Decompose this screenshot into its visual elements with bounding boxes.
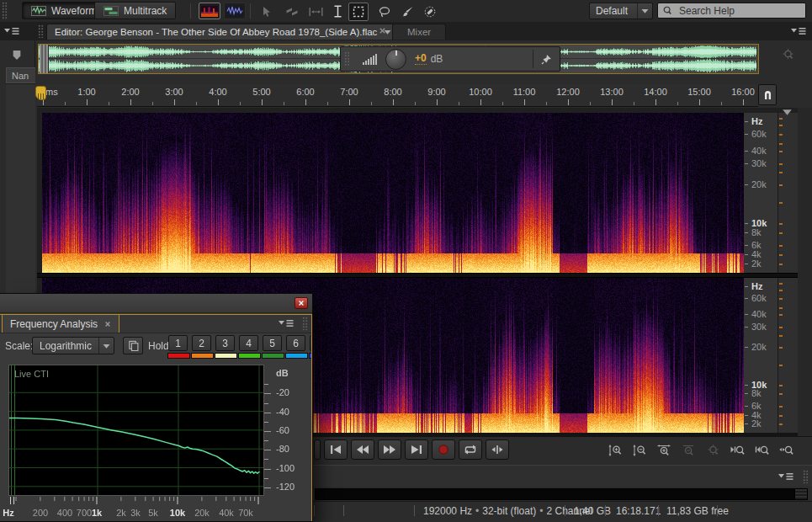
hold-6-button[interactable]: 6 — [286, 335, 305, 351]
timeline-tick — [590, 102, 591, 105]
zoom-in-horizontal-icon — [657, 445, 671, 456]
hold-5-button[interactable]: 5 — [263, 335, 282, 351]
zoom-reset-icon — [706, 445, 720, 456]
zoom-out-vertical-button[interactable] — [629, 442, 651, 459]
fast-forward-button[interactable] — [378, 439, 401, 460]
skip-to-end-button[interactable] — [405, 439, 428, 460]
tab-grip[interactable] — [38, 24, 44, 38]
spectral-display-icon — [201, 6, 218, 17]
rewind-icon — [356, 445, 369, 455]
frequency-axis-label: 2k — [751, 258, 762, 269]
pin-icon[interactable] — [541, 54, 552, 65]
paintbrush-selection-tool[interactable] — [399, 4, 417, 19]
lower-panel-menu-icon[interactable] — [778, 472, 793, 481]
timeline-ruler[interactable]: hms 1:002:003:004:005:006:007:008:009:00… — [37, 84, 758, 107]
spectral-options-icon[interactable] — [782, 109, 793, 115]
time-selection-tool[interactable] — [328, 4, 347, 19]
duration: 16:18.171 — [616, 505, 661, 517]
timeline-label: 3:00 — [157, 87, 191, 97]
spectral-display-toggle[interactable] — [199, 3, 220, 19]
meter-handle[interactable] — [794, 489, 807, 499]
frequency-scale-left: Hz60k40k30k20k10k8k6k4k2k — [744, 113, 778, 273]
overview-navigator[interactable]: +0 dB — [38, 44, 759, 74]
timeline-label: 8:00 — [376, 87, 410, 97]
playhead-handle[interactable] — [35, 86, 46, 100]
frequency-axis-label: 2k — [751, 418, 762, 429]
left-panel-menu-icon[interactable] — [4, 27, 19, 35]
record-button[interactable] — [432, 439, 455, 460]
time-stretch-tool[interactable] — [306, 4, 325, 19]
zoom-to-in-point-button[interactable] — [726, 442, 749, 459]
frequency-analysis-titlebar[interactable] — [0, 294, 312, 313]
spectrogram-left-channel[interactable] — [42, 113, 744, 273]
mixer-tab[interactable]: Mixer — [392, 24, 446, 40]
workspace-dropdown[interactable]: Default — [589, 3, 653, 19]
copy-graph-button[interactable] — [123, 337, 143, 354]
window-close-button[interactable] — [295, 297, 308, 309]
scale-dropdown[interactable]: Logarithmic — [32, 337, 114, 354]
frequency-axis-tick — [745, 223, 748, 224]
fa-panel-menu-icon[interactable] — [279, 319, 294, 328]
vertical-zoom-strip-left[interactable] — [778, 113, 798, 273]
overview-left-handle[interactable] — [40, 45, 49, 73]
frequency-axis-tick — [745, 393, 748, 394]
frequency-axis-label: 8k — [751, 227, 762, 237]
move-tool[interactable] — [257, 4, 276, 19]
loop-playback-button[interactable] — [459, 439, 482, 460]
zoom-to-selection-button[interactable] — [775, 442, 798, 459]
frequency-axis-label: 60k — [751, 129, 767, 139]
timeline-tick — [305, 99, 306, 105]
status-separator — [605, 505, 606, 516]
spot-healing-brush-tool[interactable] — [421, 4, 439, 19]
level-meter-strip[interactable] — [315, 488, 808, 500]
status-separator — [565, 505, 565, 516]
zoom-out-horizontal-button[interactable] — [677, 442, 700, 459]
editor-panel-menu-icon[interactable] — [791, 27, 806, 35]
multitrack-view-button[interactable]: Multitrack — [94, 2, 176, 19]
editor-tab-close-icon[interactable] — [379, 27, 386, 35]
fa-panel-grip[interactable] — [302, 317, 308, 330]
zoom-reset-button[interactable] — [702, 442, 724, 459]
fa-controls: Scale: Logarithmic Hold: 1234567 — [0, 333, 312, 365]
toolbar-separator — [190, 3, 191, 19]
zoom-in-vertical-button[interactable] — [604, 442, 627, 459]
name-column-header[interactable]: Nan — [6, 67, 35, 83]
hold-2-button[interactable]: 2 — [192, 335, 211, 351]
navigator-zoom-icon[interactable] — [781, 49, 795, 61]
editor-tab[interactable]: Editor: George Benson - The Other Side O… — [46, 24, 400, 40]
hold-1-button[interactable]: 1 — [168, 335, 188, 351]
hold-7-button[interactable]: 7 — [310, 335, 313, 351]
zoom-to-out-point-button[interactable] — [751, 442, 773, 459]
fa-tab-close-icon[interactable] — [104, 321, 111, 328]
transport-partial-button[interactable] — [314, 439, 321, 460]
skip-to-start-button[interactable] — [324, 439, 348, 460]
timeline-tick — [568, 99, 569, 105]
marquee-selection-tool[interactable] — [348, 3, 369, 21]
gain-knob[interactable] — [385, 49, 406, 70]
zoom-strip-tick — [779, 143, 783, 145]
vertical-zoom-strip-right[interactable] — [778, 278, 798, 433]
audition-window: Waveform Multitrack Default — [0, 0, 812, 522]
frequency-analysis-tab[interactable]: Frequency Analysis — [2, 314, 119, 333]
timeline-tick — [502, 102, 503, 105]
lasso-selection-tool[interactable] — [375, 4, 394, 19]
zoom-in-horizontal-button[interactable] — [653, 442, 676, 459]
lower-panel-grip[interactable] — [803, 470, 809, 483]
snap-toggle-button[interactable] — [758, 84, 777, 105]
gain-value[interactable]: +0 — [415, 53, 427, 65]
hud-grip[interactable] — [344, 51, 349, 67]
search-input[interactable] — [677, 4, 801, 18]
hold-3-button[interactable]: 3 — [215, 335, 235, 351]
fa-graph: Live CTI Hz2004007001k2k3k5k10k20k40k70k… — [0, 365, 312, 521]
slip-tool[interactable] — [283, 4, 301, 19]
panel-tab-bar: Editor: George Benson - The Other Side O… — [0, 22, 812, 41]
zoom-to-in-point-icon — [730, 445, 745, 456]
toolbar-grip[interactable] — [2, 2, 8, 20]
timeline-label: 1:00 — [70, 87, 103, 97]
fa-plot[interactable]: Live CTI — [8, 365, 264, 496]
zoom-strip-tick — [779, 365, 783, 366]
skip-selection-button[interactable] — [486, 439, 509, 460]
rewind-button[interactable] — [351, 439, 374, 460]
hold-4-button[interactable]: 4 — [239, 335, 258, 351]
waveform-display-toggle[interactable] — [224, 3, 246, 19]
